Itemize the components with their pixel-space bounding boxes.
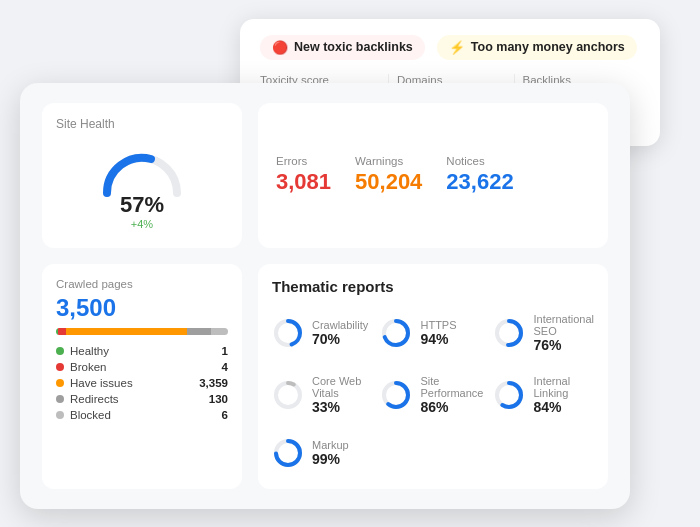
dashboard-middle-row: Crawled pages 3,500 Healthy 1 xyxy=(42,264,608,489)
errors-value: 3,081 xyxy=(276,169,331,195)
label-redirects: Redirects xyxy=(70,393,119,405)
crawled-title: Crawled pages xyxy=(56,278,228,290)
site-health-card: Site Health 57% +4% xyxy=(42,103,242,248)
gauge-svg xyxy=(97,143,187,198)
dot-healthy xyxy=(56,347,64,355)
thematic-crawlability[interactable]: Crawlability 70% xyxy=(272,307,370,359)
bar-blocked xyxy=(211,328,228,335)
toxic-icon: 🔴 xyxy=(272,40,288,55)
gauge-percent: 57% xyxy=(120,192,164,218)
dashboard-top-row: Site Health 57% +4% Errors 3,081 xyxy=(42,103,608,248)
label-issues: Have issues xyxy=(70,377,133,389)
count-healthy: 1 xyxy=(222,345,228,357)
thematic-markup-row: Markup 99% xyxy=(272,431,594,475)
alert-pills-container: 🔴 New toxic backlinks ⚡ Too many money a… xyxy=(260,35,640,60)
errors-item: Errors 3,081 xyxy=(276,155,331,195)
international-seo-pct: 76% xyxy=(533,337,594,353)
errors-card: Errors 3,081 Warnings 50,204 Notices 23,… xyxy=(258,103,608,248)
money-label: Too many money anchors xyxy=(471,40,625,54)
crawled-bar xyxy=(56,328,228,335)
count-broken: 4 xyxy=(222,361,228,373)
core-web-vitals-name: Core Web Vitals xyxy=(312,375,370,399)
thematic-international-seo[interactable]: International SEO 76% xyxy=(493,307,594,359)
bar-issues xyxy=(66,328,186,335)
notices-value: 23,622 xyxy=(446,169,513,195)
crawled-value: 3,500 xyxy=(56,294,228,322)
thematic-title: Thematic reports xyxy=(272,278,594,295)
warnings-value: 50,204 xyxy=(355,169,422,195)
gauge-container: 57% +4% xyxy=(56,143,228,230)
thematic-internal-linking[interactable]: Internal Linking 84% xyxy=(493,369,594,421)
label-blocked: Blocked xyxy=(70,409,111,421)
warnings-label: Warnings xyxy=(355,155,422,167)
thematic-grid: Crawlability 70% HTTPS 94% xyxy=(272,307,594,421)
label-healthy: Healthy xyxy=(70,345,109,357)
donut-internal-linking xyxy=(493,379,525,411)
count-issues: 3,359 xyxy=(199,377,228,389)
markup-name: Markup xyxy=(312,439,349,451)
bar-broken xyxy=(58,328,67,335)
markup-pct: 99% xyxy=(312,451,349,467)
money-icon: ⚡ xyxy=(449,40,465,55)
site-health-title: Site Health xyxy=(56,117,228,131)
internal-linking-name: Internal Linking xyxy=(533,375,594,399)
bar-redirects xyxy=(187,328,211,335)
list-item-blocked: Blocked 6 xyxy=(56,409,228,421)
donut-crawlability xyxy=(272,317,304,349)
notices-item: Notices 23,622 xyxy=(446,155,513,195)
https-pct: 94% xyxy=(420,331,456,347)
site-performance-pct: 86% xyxy=(420,399,483,415)
alert-pill-toxic[interactable]: 🔴 New toxic backlinks xyxy=(260,35,425,60)
crawlability-name: Crawlability xyxy=(312,319,368,331)
dot-issues xyxy=(56,379,64,387)
site-performance-name: Site Performance xyxy=(420,375,483,399)
donut-markup xyxy=(272,437,304,469)
core-web-vitals-pct: 33% xyxy=(312,399,370,415)
toxic-label: New toxic backlinks xyxy=(294,40,413,54)
list-item-healthy: Healthy 1 xyxy=(56,345,228,357)
thematic-reports-card: Thematic reports Crawlability 70% xyxy=(258,264,608,489)
thematic-core-web-vitals[interactable]: Core Web Vitals 33% xyxy=(272,369,370,421)
svg-point-6 xyxy=(276,383,300,407)
warnings-item: Warnings 50,204 xyxy=(355,155,422,195)
crawled-list: Healthy 1 Broken 4 Have issues 3,359 xyxy=(56,345,228,421)
count-redirects: 130 xyxy=(209,393,228,405)
list-item-issues: Have issues 3,359 xyxy=(56,377,228,389)
dot-broken xyxy=(56,363,64,371)
donut-core-web-vitals xyxy=(272,379,304,411)
international-seo-name: International SEO xyxy=(533,313,594,337)
thematic-https[interactable]: HTTPS 94% xyxy=(380,307,483,359)
thematic-markup[interactable]: Markup 99% xyxy=(272,431,349,475)
https-name: HTTPS xyxy=(420,319,456,331)
dot-blocked xyxy=(56,411,64,419)
errors-label: Errors xyxy=(276,155,331,167)
alert-pill-money[interactable]: ⚡ Too many money anchors xyxy=(437,35,637,60)
notices-label: Notices xyxy=(446,155,513,167)
list-item-broken: Broken 4 xyxy=(56,361,228,373)
count-blocked: 6 xyxy=(222,409,228,421)
crawlability-pct: 70% xyxy=(312,331,368,347)
gauge-change: +4% xyxy=(131,218,153,230)
crawled-pages-card: Crawled pages 3,500 Healthy 1 xyxy=(42,264,242,489)
list-item-redirects: Redirects 130 xyxy=(56,393,228,405)
donut-site-performance xyxy=(380,379,412,411)
donut-https xyxy=(380,317,412,349)
donut-international-seo xyxy=(493,317,525,349)
dot-redirects xyxy=(56,395,64,403)
internal-linking-pct: 84% xyxy=(533,399,594,415)
label-broken: Broken xyxy=(70,361,106,373)
thematic-site-performance[interactable]: Site Performance 86% xyxy=(380,369,483,421)
main-dashboard-card: Site Health 57% +4% Errors 3,081 xyxy=(20,83,630,509)
